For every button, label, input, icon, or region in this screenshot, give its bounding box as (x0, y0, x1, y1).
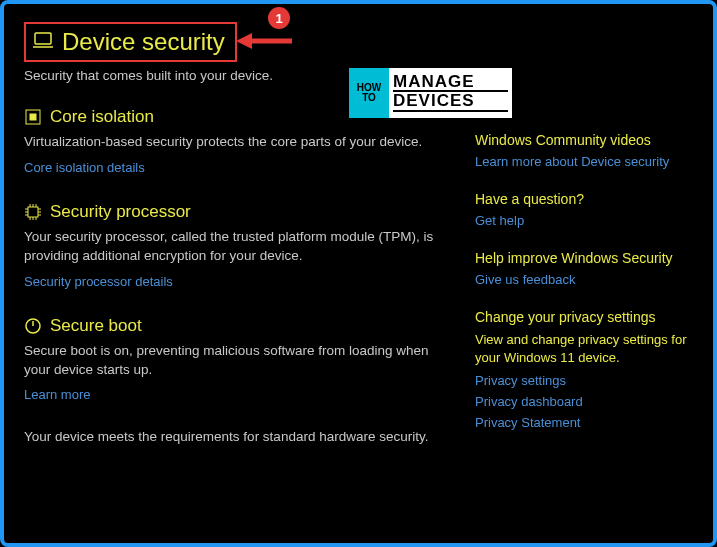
security-status-message: Your device meets the requirements for s… (24, 429, 455, 444)
page-header: Device security (24, 22, 237, 62)
give-feedback-link[interactable]: Give us feedback (475, 272, 695, 287)
logo-text: DEVICES (393, 90, 508, 112)
section-title: Secure boot (50, 316, 142, 336)
improve-security-group: Help improve Windows Security Give us fe… (475, 250, 695, 287)
side-heading: Windows Community videos (475, 132, 695, 148)
howto-manage-devices-logo: HOW TO MANAGE DEVICES (349, 68, 512, 118)
have-question-group: Have a question? Get help (475, 191, 695, 228)
section-title: Core isolation (50, 107, 154, 127)
section-description: Your security processor, called the trus… (24, 228, 455, 266)
svg-marker-1 (236, 33, 252, 49)
privacy-settings-group: Change your privacy settings View and ch… (475, 309, 695, 430)
security-processor-section: Security processor Your security process… (24, 202, 455, 290)
page-title: Device security (62, 28, 225, 56)
logo-text: MANAGE (393, 74, 508, 90)
annotation-badge: 1 (268, 7, 290, 29)
learn-device-security-link[interactable]: Learn more about Device security (475, 154, 695, 169)
security-processor-icon (24, 203, 42, 221)
section-description: Secure boot is on, preventing malicious … (24, 342, 455, 380)
security-processor-details-link[interactable]: Security processor details (24, 274, 173, 289)
svg-rect-6 (28, 207, 38, 217)
core-isolation-icon (24, 108, 42, 126)
section-description: Virtualization-based security protects t… (24, 133, 455, 152)
privacy-description: View and change privacy settings for you… (475, 331, 695, 367)
secure-boot-icon (24, 317, 42, 335)
annotation-arrow-icon (234, 30, 294, 52)
secure-boot-section: Secure boot Secure boot is on, preventin… (24, 316, 455, 404)
device-security-icon (32, 31, 54, 53)
side-heading: Have a question? (475, 191, 695, 207)
core-isolation-details-link[interactable]: Core isolation details (24, 160, 145, 175)
get-help-link[interactable]: Get help (475, 213, 695, 228)
side-heading: Change your privacy settings (475, 309, 695, 325)
svg-rect-5 (30, 114, 36, 120)
privacy-settings-link[interactable]: Privacy settings (475, 373, 695, 388)
privacy-dashboard-link[interactable]: Privacy dashboard (475, 394, 695, 409)
svg-rect-2 (35, 33, 51, 44)
privacy-statement-link[interactable]: Privacy Statement (475, 415, 695, 430)
section-title: Security processor (50, 202, 191, 222)
secure-boot-learn-more-link[interactable]: Learn more (24, 387, 90, 402)
side-heading: Help improve Windows Security (475, 250, 695, 266)
logo-text: TO (362, 93, 376, 103)
community-videos-group: Windows Community videos Learn more abou… (475, 132, 695, 169)
